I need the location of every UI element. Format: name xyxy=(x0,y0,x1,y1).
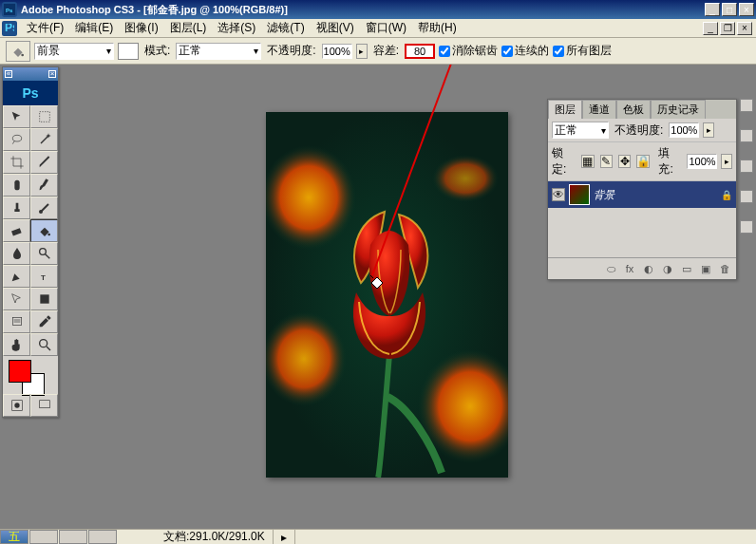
notes-tool[interactable] xyxy=(3,310,30,333)
layer-blend-select[interactable]: 正常 xyxy=(552,122,609,139)
fill-source-select[interactable]: 前景 xyxy=(34,43,114,60)
type-tool[interactable]: T xyxy=(30,265,58,288)
heal-tool[interactable] xyxy=(3,174,30,197)
tab-swatches[interactable]: 色板 xyxy=(616,100,651,119)
visibility-toggle[interactable]: 👁 xyxy=(552,188,565,201)
contiguous-checkbox[interactable]: 连续的 xyxy=(501,43,549,59)
layer-thumbnail[interactable] xyxy=(569,184,590,205)
dock-icon-5[interactable] xyxy=(740,220,753,234)
crop-tool[interactable] xyxy=(3,151,30,174)
dock-icon-1[interactable] xyxy=(740,99,753,112)
menu-window[interactable]: 窗口(W) xyxy=(360,18,412,38)
slice-tool[interactable] xyxy=(30,151,58,174)
dock-icon-2[interactable] xyxy=(740,129,753,142)
menu-file[interactable]: 文件(F) xyxy=(21,18,69,38)
dock-icon-3[interactable] xyxy=(740,159,753,173)
zoom-tool[interactable] xyxy=(30,333,58,356)
history-brush-tool[interactable] xyxy=(30,197,58,219)
tolerance-input[interactable] xyxy=(405,44,435,59)
lock-paint-icon[interactable]: ✎ xyxy=(600,155,613,168)
layer-opacity-input[interactable] xyxy=(669,122,699,138)
layer-opacity-label: 不透明度: xyxy=(613,122,665,139)
layer-group-icon[interactable]: ▭ xyxy=(678,261,695,276)
doc-minimize-button[interactable]: _ xyxy=(703,22,718,35)
status-flyout[interactable]: ▸ xyxy=(274,530,295,544)
doc-close-button[interactable]: × xyxy=(737,22,752,35)
status-tab-3[interactable] xyxy=(59,530,87,544)
menu-layer[interactable]: 图层(L) xyxy=(164,18,213,38)
document-canvas[interactable] xyxy=(266,112,508,478)
bucket-tool-indicator[interactable] xyxy=(6,41,30,62)
opacity-input[interactable] xyxy=(322,44,352,59)
svg-point-3 xyxy=(21,53,24,56)
svg-text:Ps: Ps xyxy=(6,8,13,13)
hand-tool[interactable] xyxy=(3,333,30,356)
dock-icon-4[interactable] xyxy=(740,190,753,203)
screenmode-toggle[interactable] xyxy=(30,394,58,417)
menu-select[interactable]: 选择(S) xyxy=(212,18,261,38)
lasso-tool[interactable] xyxy=(3,128,30,151)
menu-help[interactable]: 帮助(H) xyxy=(412,18,463,38)
lock-all-icon[interactable]: 🔒 xyxy=(636,155,650,168)
brush-tool[interactable] xyxy=(30,174,58,197)
stamp-tool[interactable] xyxy=(3,197,30,219)
foreground-color[interactable] xyxy=(9,360,31,383)
eraser-tool[interactable] xyxy=(3,219,30,242)
layer-item[interactable]: 👁 背景 🔒 xyxy=(548,181,736,208)
opacity-flyout[interactable]: ▸ xyxy=(356,44,368,59)
lock-transparent-icon[interactable]: ▦ xyxy=(581,155,594,168)
window-title: Adobe Photoshop CS3 - [郁金香.jpg @ 100%(RG… xyxy=(21,3,705,17)
all-layers-checkbox[interactable]: 所有图层 xyxy=(553,43,612,59)
move-tool[interactable] xyxy=(3,105,30,128)
antialias-checkbox[interactable]: 消除锯齿 xyxy=(439,43,498,59)
layer-fill-input[interactable] xyxy=(687,154,717,169)
tab-channels[interactable]: 通道 xyxy=(582,100,616,119)
status-tab-2[interactable] xyxy=(29,530,58,544)
minimize-button[interactable]: _ xyxy=(705,3,720,16)
layers-panel: 图层 通道 色板 历史记录 正常 不透明度: ▸ 锁定: ▦ ✎ ✥ 🔒 填充:… xyxy=(547,99,737,280)
marquee-tool[interactable] xyxy=(30,105,58,128)
bucket-tool[interactable] xyxy=(30,219,58,242)
new-layer-icon[interactable]: ▣ xyxy=(697,261,714,276)
shape-tool[interactable] xyxy=(30,288,58,310)
fill-opacity-label: 填充: xyxy=(658,145,683,178)
layer-opacity-flyout[interactable]: ▸ xyxy=(703,122,714,138)
quickmask-toggle[interactable] xyxy=(3,394,30,417)
color-picker[interactable] xyxy=(3,356,58,394)
palette-header[interactable]: «× xyxy=(3,67,58,81)
doc-restore-button[interactable]: ❐ xyxy=(720,22,735,35)
menu-edit[interactable]: 编辑(E) xyxy=(69,18,119,38)
tab-layers[interactable]: 图层 xyxy=(548,100,582,119)
layer-fill-flyout[interactable]: ▸ xyxy=(721,154,732,169)
status-tab-4[interactable] xyxy=(88,530,117,544)
titlebar: Ps Adobe Photoshop CS3 - [郁金香.jpg @ 100%… xyxy=(0,0,756,19)
svg-point-22 xyxy=(432,155,499,202)
delete-layer-icon[interactable]: 🗑 xyxy=(716,261,733,276)
svg-text:Ps: Ps xyxy=(5,24,14,33)
menu-image[interactable]: 图像(I) xyxy=(119,18,163,38)
blur-tool[interactable] xyxy=(3,242,30,265)
options-bar: 前景 模式: 正常 不透明度: ▸ 容差: 消除锯齿 连续的 所有图层 xyxy=(0,38,756,65)
menu-view[interactable]: 视图(V) xyxy=(311,18,360,38)
layer-style-icon[interactable]: fx xyxy=(621,261,638,276)
blend-mode-select[interactable]: 正常 xyxy=(176,43,261,60)
svg-rect-8 xyxy=(11,228,22,235)
tool-palette: «× Ps T xyxy=(2,66,59,418)
maximize-button[interactable]: □ xyxy=(722,3,737,16)
path-tool[interactable] xyxy=(3,288,30,310)
wand-tool[interactable] xyxy=(30,128,58,151)
close-button[interactable]: × xyxy=(739,3,754,16)
statusbar: 五 文档:291.0K/291.0K ▸ xyxy=(0,529,756,544)
adjustment-layer-icon[interactable]: ◑ xyxy=(659,261,676,276)
lock-move-icon[interactable]: ✥ xyxy=(618,155,631,168)
menu-filter[interactable]: 滤镜(T) xyxy=(261,18,310,38)
pen-tool[interactable] xyxy=(3,265,30,288)
pattern-swatch[interactable] xyxy=(118,43,139,60)
eyedropper-tool[interactable] xyxy=(30,310,58,333)
status-tab-1[interactable]: 五 xyxy=(0,530,28,544)
tab-history[interactable]: 历史记录 xyxy=(651,100,706,119)
layer-mask-icon[interactable]: ◐ xyxy=(640,261,657,276)
app-logo: Ps xyxy=(2,2,17,17)
dodge-tool[interactable] xyxy=(30,242,58,265)
link-layers-icon[interactable]: ⬭ xyxy=(602,261,619,276)
